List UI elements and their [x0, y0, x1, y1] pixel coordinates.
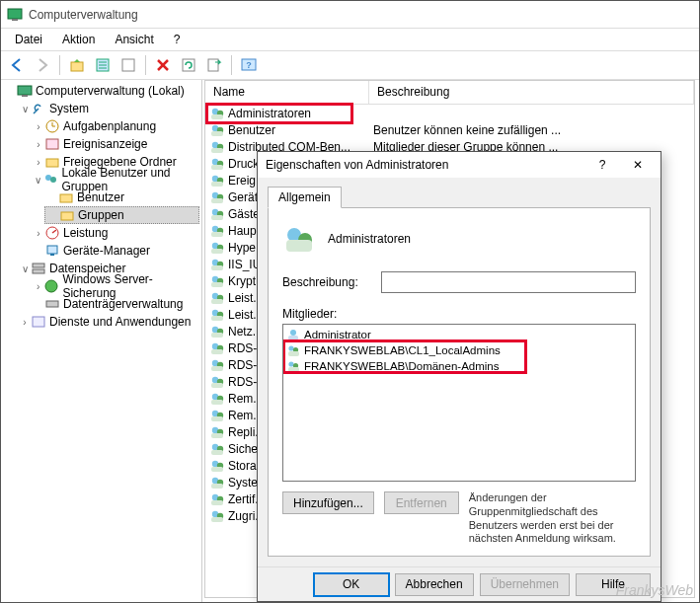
- tree-disk-mgmt[interactable]: Datenträgerverwaltung: [31, 295, 199, 313]
- tree-device-manager[interactable]: Geräte-Manager: [31, 242, 199, 260]
- group-icon: [209, 122, 225, 138]
- svg-rect-23: [60, 194, 72, 202]
- group-icon: [209, 408, 225, 423]
- tree-pane[interactable]: Computerverwaltung (Lokal) ∨ System › Au…: [1, 80, 202, 602]
- svg-rect-57: [211, 232, 223, 237]
- svg-point-114: [288, 345, 293, 350]
- list-row[interactable]: BenutzerBenutzer können keine zufälligen…: [205, 121, 694, 138]
- tree-system[interactable]: ∨ System: [17, 100, 199, 117]
- member-row[interactable]: Administrator: [285, 327, 633, 342]
- expand-icon[interactable]: ∨: [33, 175, 42, 186]
- shared-folder-icon: [44, 154, 60, 170]
- group-icon: [209, 106, 225, 121]
- cancel-button[interactable]: Abbrechen: [395, 573, 474, 596]
- export-list-button[interactable]: [202, 53, 226, 77]
- group-icon: [209, 139, 225, 155]
- dialog-help-button[interactable]: ?: [587, 158, 617, 172]
- tree-root[interactable]: Computerverwaltung (Lokal): [3, 82, 199, 100]
- tabstrip: Allgemein: [268, 187, 651, 208]
- svg-rect-2: [71, 62, 83, 71]
- member-row[interactable]: FRANKYSWEBLAB\CL1_LocalAdmins: [285, 342, 633, 358]
- expand-icon[interactable]: ∨: [19, 264, 31, 274]
- menu-action[interactable]: Aktion: [54, 31, 103, 48]
- group-icon: [209, 340, 225, 356]
- svg-rect-14: [18, 86, 32, 95]
- tree-services[interactable]: › Dienste und Anwendungen: [17, 313, 199, 331]
- help-button[interactable]: ?: [237, 53, 261, 77]
- column-name[interactable]: Name: [205, 81, 369, 104]
- dialog-button-row: OK Abbrechen Übernehmen Hilfe: [258, 566, 661, 601]
- tree-event-viewer[interactable]: › Ereignisanzeige: [31, 135, 199, 153]
- svg-rect-15: [22, 95, 28, 97]
- performance-icon: [44, 225, 60, 241]
- export-button[interactable]: [117, 53, 140, 77]
- svg-rect-87: [211, 400, 223, 405]
- menu-file[interactable]: Datei: [7, 31, 50, 48]
- desc-input[interactable]: [381, 271, 636, 293]
- svg-rect-81: [211, 366, 223, 371]
- dialog-titlebar[interactable]: Eigenschaften von Administratoren ? ✕: [258, 152, 661, 178]
- up-button[interactable]: [65, 53, 89, 77]
- add-button[interactable]: Hinzufügen...: [282, 491, 374, 514]
- list-item-name: Gäste: [228, 207, 260, 221]
- desc-label: Beschreibung:: [282, 275, 371, 289]
- svg-rect-30: [33, 269, 44, 273]
- back-button[interactable]: [5, 53, 29, 77]
- svg-rect-27: [47, 246, 57, 254]
- tree-task-scheduler[interactable]: › Aufgabenplanung: [31, 117, 199, 135]
- remove-button[interactable]: Entfernen: [384, 491, 459, 514]
- expand-icon[interactable]: ›: [33, 121, 44, 132]
- forward-button[interactable]: [31, 53, 54, 77]
- svg-rect-1: [12, 19, 18, 21]
- group-icon: [209, 374, 225, 390]
- group-icon: [209, 391, 225, 407]
- expand-icon[interactable]: ∨: [19, 104, 31, 114]
- svg-rect-116: [288, 351, 299, 356]
- app-icon: [7, 7, 23, 23]
- expand-icon[interactable]: ›: [33, 139, 44, 150]
- svg-rect-66: [211, 282, 223, 287]
- menu-view[interactable]: Ansicht: [107, 31, 161, 48]
- expand-icon[interactable]: ›: [33, 281, 43, 292]
- svg-rect-63: [211, 265, 223, 270]
- tree-groups[interactable]: Gruppen: [44, 206, 199, 224]
- group-icon: [209, 156, 225, 172]
- svg-point-112: [290, 330, 296, 336]
- svg-rect-24: [61, 212, 73, 220]
- member-name: FRANKYSWEBLAB\CL1_LocalAdmins: [304, 344, 501, 356]
- expand-icon[interactable]: ›: [33, 157, 44, 168]
- expand-icon[interactable]: ›: [19, 317, 31, 328]
- apply-button[interactable]: Übernehmen: [480, 573, 570, 596]
- tab-page-general: Administratoren Beschreibung: Mitglieder…: [268, 207, 651, 557]
- group-icon: [209, 475, 225, 490]
- group-name: Administratoren: [328, 232, 411, 246]
- member-row[interactable]: FRANKYSWEBLAB\Domänen-Admins: [285, 358, 633, 374]
- properties-button[interactable]: [91, 53, 115, 77]
- delete-button[interactable]: [151, 53, 175, 77]
- column-description[interactable]: Beschreibung: [369, 81, 694, 104]
- svg-rect-36: [211, 114, 223, 119]
- menu-help[interactable]: ?: [166, 31, 189, 48]
- svg-rect-7: [122, 59, 134, 71]
- svg-rect-69: [211, 299, 223, 304]
- svg-text:?: ?: [246, 60, 252, 70]
- members-listbox[interactable]: AdministratorFRANKYSWEBLAB\CL1_LocalAdmi…: [282, 324, 636, 482]
- tab-general[interactable]: Allgemein: [268, 187, 342, 208]
- tree-performance[interactable]: › Leistung: [31, 224, 199, 242]
- svg-rect-60: [211, 249, 223, 254]
- refresh-button[interactable]: [177, 53, 200, 77]
- ok-button[interactable]: OK: [314, 573, 389, 596]
- group-icon: [209, 357, 225, 373]
- services-icon: [31, 314, 46, 330]
- dialog-close-button[interactable]: ✕: [623, 158, 653, 172]
- watermark: FrankysWeb: [616, 582, 693, 598]
- toolbar: ?: [1, 50, 699, 80]
- svg-rect-54: [211, 215, 223, 220]
- list-row[interactable]: Administratoren: [205, 105, 694, 121]
- tree-wsb[interactable]: › Windows Server-Sicherung: [31, 277, 199, 295]
- members-label: Mitglieder:: [282, 307, 636, 321]
- dialog-title: Eigenschaften von Administratoren: [266, 158, 448, 172]
- expand-icon[interactable]: ›: [33, 228, 44, 239]
- tree-local-users[interactable]: ∨ Lokale Benutzer und Gruppen: [31, 171, 199, 188]
- svg-rect-93: [211, 433, 223, 438]
